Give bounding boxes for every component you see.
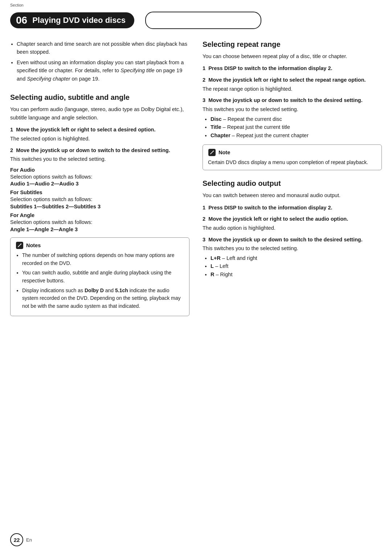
section-audio-output: Selecting audio output You can switch be… (203, 179, 382, 278)
audio-step2: 2 Move the joystick left or right to sel… (203, 215, 382, 232)
notes-box: Notes The number of switching options de… (10, 237, 189, 316)
notes-header: Notes (16, 241, 184, 249)
footer: 22 En (10, 533, 32, 546)
footer-language: En (26, 537, 32, 543)
audio-step3: 3 Move the joystick up or down to switch… (203, 236, 382, 279)
right-column: Selecting repeat range You can choose be… (203, 40, 382, 321)
for-audio: For Audio Selection options switch as fo… (10, 167, 189, 187)
step1-body: The selected option is highlighted. (10, 135, 189, 143)
intro-bullets: Chapter search and time search are not p… (10, 40, 189, 83)
for-angle-body: Selection options switch as follows: (10, 219, 189, 227)
left-column: Chapter search and time search are not p… (10, 40, 189, 321)
for-subtitles: For Subtitles Selection options switch a… (10, 189, 189, 209)
step2-heading: 2 Move the joystick up or down to switch… (10, 147, 189, 155)
repeat-step3-body: This switches you to the selected settin… (203, 105, 382, 113)
repeat-note-header: Note (208, 148, 376, 156)
section3-intro: You can switch between stereo and monaur… (203, 191, 382, 199)
step1: 1 Move the joystick left or right to sel… (10, 126, 189, 143)
section2-intro: You can choose between repeat play of a … (203, 52, 382, 60)
bullet-lr: L+R – Left and right (211, 254, 382, 262)
step1-number: 1 (10, 127, 16, 132)
chapter-title: Playing DVD video discs (32, 16, 126, 25)
repeat-step3-heading: 3 Move the joystick up or down to switch… (203, 97, 382, 105)
section2-heading: Selecting repeat range (203, 40, 382, 49)
repeat-note-box: Note Certain DVD discs display a menu up… (203, 144, 382, 170)
step1-heading: 1 Move the joystick left or right to sel… (10, 126, 189, 134)
audio-step3-body: This switches you to the selected settin… (203, 244, 382, 252)
audio-step2-body: The audio option is highlighted. (203, 224, 382, 232)
step2-number: 2 (10, 147, 16, 153)
note-item-2: You can switch audio, subtitle and angle… (22, 269, 184, 285)
audio-step2-heading: 2 Move the joystick left or right to sel… (203, 215, 382, 223)
intro-bullet-1: Chapter search and time search are not p… (17, 40, 189, 56)
repeat-step2: 2 Move the joystick left or right to sel… (203, 76, 382, 93)
bullet-l: L – Left (211, 262, 382, 270)
step2: 2 Move the joystick up or down to switch… (10, 147, 189, 163)
repeat-step1: 1 Press DISP to switch to the informatio… (203, 65, 382, 73)
repeat-note-body: Certain DVD discs display a menu upon co… (208, 159, 376, 166)
for-angle-sequence: Angle 1—Angle 2—Angle 3 (10, 227, 189, 232)
bullet-title: Title – Repeat just the current title (211, 123, 382, 131)
for-audio-sequence: Audio 1—Audio 2—Audio 3 (10, 181, 189, 187)
audio-step1: 1 Press DISP to switch to the informatio… (203, 204, 382, 212)
chapter-badge: 06 Playing DVD video discs (10, 12, 134, 28)
for-angle: For Angle Selection options switch as fo… (10, 212, 189, 232)
audio-step3-heading: 3 Move the joystick up or down to switch… (203, 236, 382, 244)
for-audio-body: Selection options switch as follows: (10, 173, 189, 181)
repeat-step3: 3 Move the joystick up or down to switch… (203, 97, 382, 139)
note-item-1: The number of switching options depends … (22, 252, 184, 267)
repeat-step2-body: The repeat range option is highlighted. (203, 85, 382, 93)
notes-body: The number of switching options depends … (16, 252, 184, 310)
section-repeat-range: Selecting repeat range You can choose be… (203, 40, 382, 170)
main-content: Chapter search and time search are not p… (0, 33, 392, 328)
audio-step1-heading: 1 Press DISP to switch to the informatio… (203, 204, 382, 212)
repeat-step1-heading: 1 Press DISP to switch to the informatio… (203, 65, 382, 73)
bullet-chapter: Chapter – Repeat just the current chapte… (211, 131, 382, 139)
section-audio-subtitle-angle: Selecting audio, subtitle and angle You … (10, 93, 189, 316)
for-subtitles-body: Selection options switch as follows: (10, 196, 189, 204)
for-audio-label: For Audio (10, 167, 189, 173)
section1-heading: Selecting audio, subtitle and angle (10, 93, 189, 102)
repeat-step2-heading: 2 Move the joystick left or right to sel… (203, 76, 382, 84)
bullet-r: R – Right (211, 270, 382, 278)
note-item-3: Display indications such as Dolby D and … (22, 287, 184, 310)
chapter-number: 06 (16, 15, 27, 25)
repeat-step3-bullets: Disc – Repeat the current disc Title – R… (203, 115, 382, 139)
for-angle-label: For Angle (10, 212, 189, 218)
section1-intro: You can perform audio (language, stereo,… (10, 105, 189, 122)
repeat-note-icon (208, 148, 216, 156)
audio-step3-bullets: L+R – Left and right L – Left R – Right (203, 254, 382, 278)
bullet-disc: Disc – Repeat the current disc (211, 115, 382, 123)
notes-icon (16, 241, 24, 249)
section3-heading: Selecting audio output (203, 179, 382, 188)
section-label: Section (10, 3, 24, 7)
header-right-box (145, 12, 261, 29)
step2-body: This switches you to the selected settin… (10, 155, 189, 163)
page-number: 22 (10, 533, 23, 546)
notes-header-text: Notes (26, 242, 41, 248)
repeat-note-header-text: Note (219, 150, 230, 155)
for-subtitles-sequence: Subtitles 1—Subtitles 2—Subtitles 3 (10, 204, 189, 209)
intro-bullet-2: Even without using an information displa… (17, 58, 189, 83)
for-subtitles-label: For Subtitles (10, 189, 189, 195)
